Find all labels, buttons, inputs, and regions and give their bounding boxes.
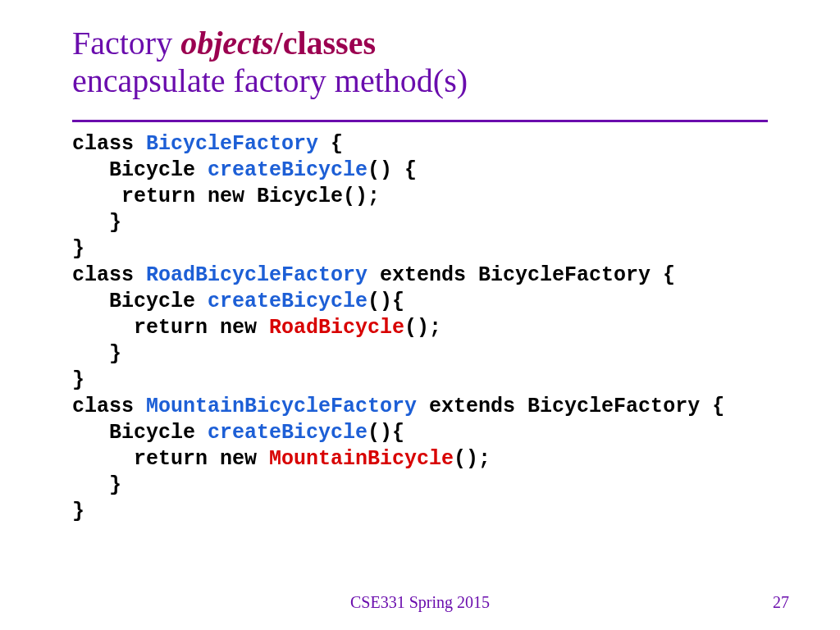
code-line: class MountainBicycleFactory extends Bic…	[72, 395, 724, 418]
code-line: }	[72, 211, 121, 235]
slide: Factory objects/classes encapsulate fact…	[0, 0, 840, 630]
title-line-1: Factory objects/classes	[72, 25, 768, 62]
title-rule	[72, 120, 768, 122]
title-word-factory: Factory	[72, 25, 180, 62]
code-line: return new Bicycle();	[72, 185, 380, 208]
code-line: }	[72, 368, 84, 392]
title-word-classes: classes	[283, 25, 376, 62]
title-word-objects: objects	[180, 25, 273, 62]
code-line: class BicycleFactory {	[72, 132, 343, 156]
code-line: return new RoadBicycle();	[72, 316, 441, 340]
title-line-2: encapsulate factory method(s)	[72, 62, 768, 100]
code-line: }	[72, 500, 84, 523]
title-slash: /	[274, 25, 283, 62]
code-block: class BicycleFactory { Bicycle createBic…	[72, 131, 724, 525]
code-line: class RoadBicycleFactory extends Bicycle…	[72, 263, 675, 287]
code-line: Bicycle createBicycle(){	[72, 290, 404, 313]
footer-course: CSE331 Spring 2015	[0, 593, 840, 612]
code-line: Bicycle createBicycle() {	[72, 158, 417, 182]
slide-title: Factory objects/classes encapsulate fact…	[72, 25, 768, 100]
code-line: }	[72, 342, 121, 366]
footer-page-number: 27	[773, 593, 789, 612]
code-line: }	[72, 237, 84, 261]
code-line: return new MountainBicycle();	[72, 447, 491, 471]
code-line: Bicycle createBicycle(){	[72, 421, 404, 445]
code-line: }	[72, 473, 121, 497]
